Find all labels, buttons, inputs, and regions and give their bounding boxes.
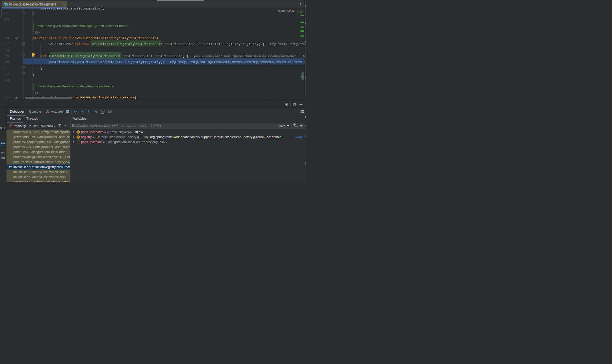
- svg-text:p: p: [77, 130, 79, 133]
- svg-text:p: p: [77, 135, 79, 138]
- svg-text:C: C: [5, 3, 7, 6]
